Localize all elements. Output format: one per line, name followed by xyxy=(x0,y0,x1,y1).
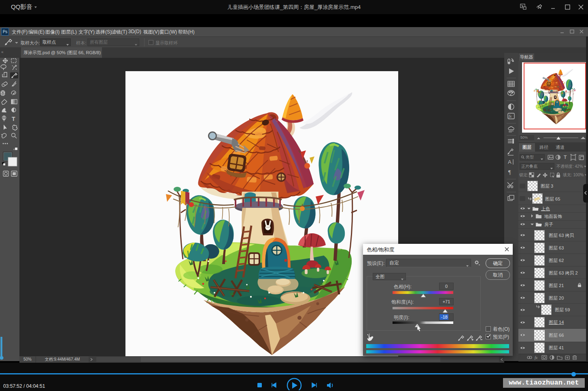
svg-text:¶: ¶ xyxy=(508,169,511,175)
svg-text:A: A xyxy=(508,159,512,165)
svg-text:T: T xyxy=(12,116,15,122)
svg-text:T: T xyxy=(564,154,567,160)
svg-text:fx: fx xyxy=(509,114,512,118)
svg-text:fx: fx xyxy=(535,355,538,360)
